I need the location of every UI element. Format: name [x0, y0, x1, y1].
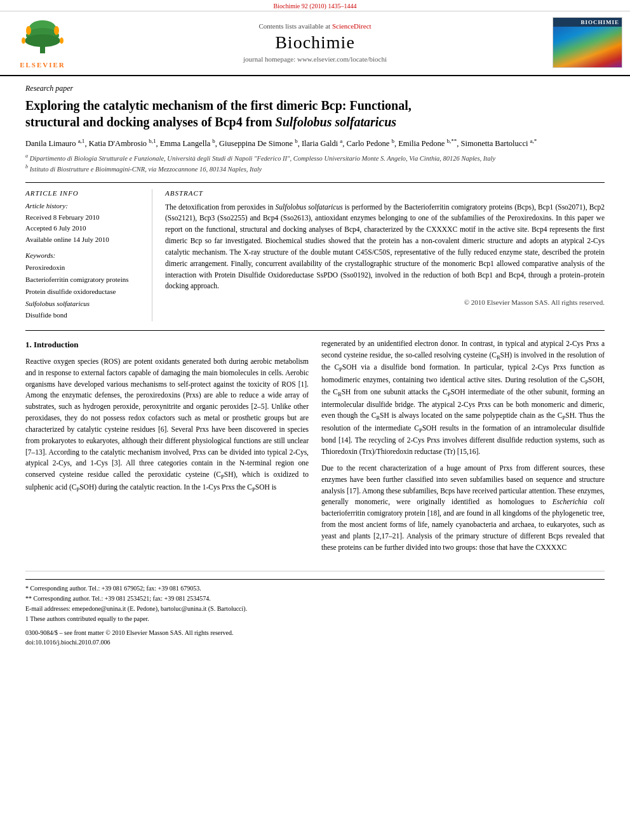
- keyword-2: Bacterioferritin comigratory proteins: [25, 274, 143, 286]
- journal-banner-row: ELSEVIER Contents lists available at Sci…: [0, 11, 630, 71]
- contents-line: Contents lists available at ScienceDirec…: [77, 22, 553, 30]
- abstract-column: ABSTRACT The detoxification from peroxid…: [165, 189, 605, 321]
- copyright-line: © 2010 Elsevier Masson SAS. All rights r…: [165, 298, 605, 306]
- affiliations: a Dipartimento di Biologia Strutturale e…: [25, 152, 605, 175]
- footer-notes: * Corresponding author. Tel.: +39 081 67…: [25, 583, 605, 624]
- article-info-column: ARTICLE INFO Article history: Received 8…: [25, 189, 152, 321]
- intro-p1: Reactive oxygen species (ROS) are potent…: [25, 356, 309, 494]
- article-info-heading: ARTICLE INFO: [25, 189, 143, 197]
- corresponding1: * Corresponding author. Tel.: +39 081 67…: [25, 583, 605, 594]
- keyword-5: Disulfide bond: [25, 309, 143, 321]
- main-content: Research paper Exploring the catalytic m…: [0, 76, 630, 660]
- paper-type-label: Research paper: [25, 84, 605, 93]
- journal-title: Biochimie: [77, 32, 553, 53]
- citation-bar: Biochimie 92 (2010) 1435–1444: [0, 0, 630, 11]
- keyword-4: Sulfolobus solfataricus: [25, 298, 143, 310]
- abstract-text: The detoxification from peroxides in Sul…: [165, 202, 605, 293]
- body-col-left: 1. Introduction Reactive oxygen species …: [25, 338, 309, 559]
- intro-title: Introduction: [34, 340, 79, 349]
- authors-line: Danila Limauro a,1, Katia D'Ambrosio b,1…: [25, 137, 605, 150]
- intro-p3: Due to the recent characterization of a …: [321, 463, 605, 554]
- equal-contrib: 1 These authors contributed equally to t…: [25, 614, 605, 624]
- svg-point-8: [60, 37, 64, 44]
- keyword-3: Protein disulfide oxidoreductase: [25, 286, 143, 298]
- affiliation-b: Istituto di Biostrutture e Bioimmagini-C…: [30, 166, 262, 173]
- svg-point-6: [54, 26, 59, 35]
- footer-area: * Corresponding author. Tel.: +39 081 67…: [25, 571, 605, 647]
- accepted-date: Accepted 6 July 2010: [25, 223, 143, 234]
- received-date: Received 8 February 2010: [25, 212, 143, 223]
- corresponding2: ** Corresponding author. Tel.: +39 081 2…: [25, 594, 605, 604]
- svg-point-4: [25, 34, 60, 47]
- abstract-heading: ABSTRACT: [165, 189, 605, 197]
- affiliation-a: Dipartimento di Biologia Strutturale e F…: [30, 155, 495, 162]
- footer-doi: 0300-9084/$ – see front matter © 2010 El…: [25, 628, 605, 647]
- article-title: Exploring the catalytic mechanism of the…: [25, 97, 605, 130]
- footer-rule: [25, 579, 605, 580]
- history-label: Article history:: [25, 202, 143, 210]
- journal-header: Biochimie 92 (2010) 1435–1444: [0, 0, 630, 76]
- doi-text: doi:10.1016/j.biochi.2010.07.006: [25, 639, 111, 646]
- journal-title-center: Contents lists available at ScienceDirec…: [77, 22, 553, 63]
- body-section: 1. Introduction Reactive oxygen species …: [25, 330, 605, 559]
- elsevier-logo-area: ELSEVIER: [8, 17, 77, 69]
- keywords-label: Keywords:: [25, 251, 143, 259]
- cover-label: BIOCHIMIE: [553, 18, 622, 27]
- page-wrapper: Biochimie 92 (2010) 1435–1444: [0, 0, 630, 840]
- svg-point-7: [22, 37, 25, 44]
- keyword-1: Peroxiredoxin: [25, 262, 143, 274]
- journal-cover-image: BIOCHIMIE: [553, 17, 622, 68]
- intro-number: 1.: [25, 340, 34, 349]
- svg-point-5: [26, 26, 31, 35]
- elsevier-logo: [11, 17, 74, 60]
- title-part2: structural and docking analyses of Bcp4 …: [25, 115, 276, 129]
- homepage-label: journal homepage: www.elsevier.com/locat…: [243, 55, 387, 63]
- keywords-section: Keywords: Peroxiredoxin Bacterioferritin…: [25, 251, 143, 321]
- intro-p2: regenerated by an unidentified electron …: [321, 338, 605, 458]
- intro-heading: 1. Introduction: [25, 338, 309, 351]
- journal-homepage: journal homepage: www.elsevier.com/locat…: [77, 55, 553, 63]
- article-info-abstract-row: ARTICLE INFO Article history: Received 8…: [25, 182, 605, 321]
- title-italic: Sulfolobus solfataricus: [276, 115, 397, 129]
- elsevier-wordmark: ELSEVIER: [20, 61, 65, 69]
- title-part1: Exploring the catalytic mechanism of the…: [25, 98, 412, 112]
- citation-text: Biochimie 92 (2010) 1435–1444: [274, 3, 357, 10]
- body-col-right: regenerated by an unidentified electron …: [321, 338, 605, 559]
- article-history: Article history: Received 8 February 201…: [25, 202, 143, 246]
- email-line: E-mail addresses: emepedone@unina.it (E.…: [25, 604, 605, 614]
- available-date: Available online 14 July 2010: [25, 234, 143, 246]
- sciencedirect-link[interactable]: ScienceDirect: [332, 22, 372, 30]
- open-access-text: 0300-9084/$ – see front matter © 2010 El…: [25, 629, 234, 636]
